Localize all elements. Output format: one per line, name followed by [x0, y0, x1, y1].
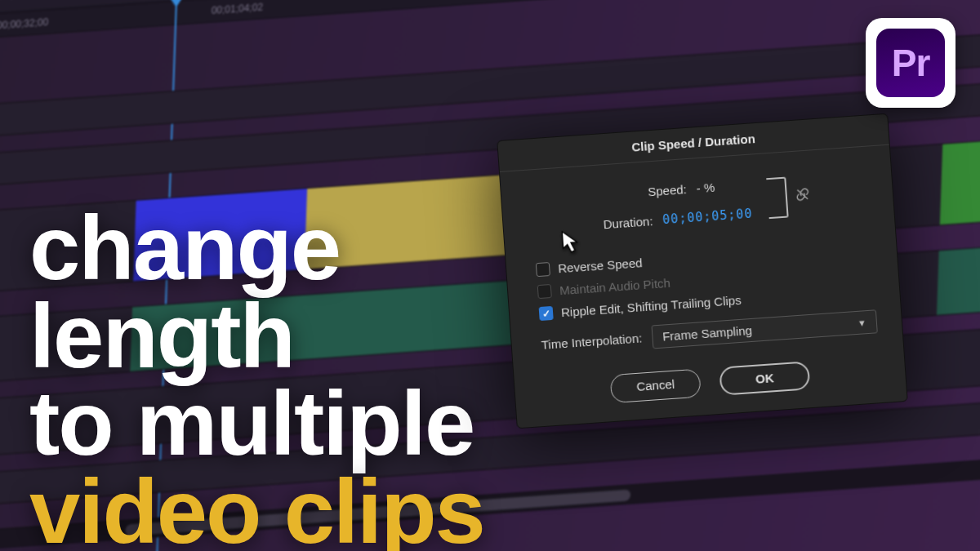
chevron-down-icon: ▼ — [858, 318, 867, 328]
time-ruler-sub[interactable]: 00;00;32;00 00;01;04;02 — [0, 0, 980, 38]
video-clip-green[interactable] — [940, 110, 980, 224]
checkbox-icon — [539, 306, 554, 321]
ruler-tick: 00;01;04;02 — [212, 1, 264, 16]
time-interpolation-label: Time Interpolation: — [541, 331, 643, 352]
dropdown-value: Frame Sampling — [662, 323, 753, 344]
headline-line2: length — [29, 292, 484, 380]
premiere-pro-app-icon: Pr — [866, 18, 956, 108]
audio-clip[interactable] — [937, 217, 980, 315]
ok-button[interactable]: OK — [719, 361, 810, 396]
cancel-button[interactable]: Cancel — [610, 369, 702, 404]
headline-line4: video clips — [29, 468, 484, 551]
headline-line1: change — [29, 204, 484, 292]
ruler-tick: 00;00;32;00 — [0, 16, 49, 31]
clip-speed-duration-dialog: Clip Speed / Duration Speed: - % Duratio… — [497, 113, 908, 429]
speed-label: Speed: — [619, 182, 687, 201]
ruler-tick: 00;00;56;00 — [0, 0, 59, 1]
checkbox-label: Reverse Speed — [558, 256, 643, 275]
checkbox-icon — [537, 284, 552, 299]
headline-text: change length to multiple video clips — [29, 204, 484, 551]
duration-label: Duration: — [586, 214, 653, 233]
speed-value[interactable]: - % — [696, 180, 715, 196]
link-speed-duration-icon[interactable] — [766, 176, 788, 219]
unlink-icon[interactable] — [795, 187, 810, 205]
headline-line3: to multiple — [29, 380, 484, 468]
app-icon-text: Pr — [876, 29, 945, 97]
checkbox-icon — [536, 262, 550, 277]
duration-value[interactable]: 00;00;05;00 — [662, 207, 753, 228]
